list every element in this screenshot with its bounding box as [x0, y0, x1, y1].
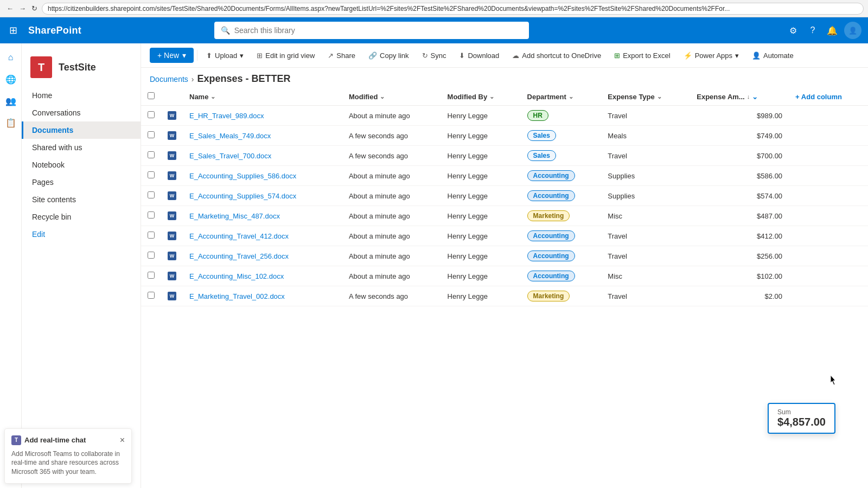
automate-button[interactable]: 👤 Automate — [746, 48, 799, 63]
rail-notes-icon[interactable]: 📋 — [1, 113, 21, 132]
file-link-2[interactable]: E_Sales_Travel_700.docx — [189, 152, 271, 160]
th-expense-type[interactable]: Expense Type ⌄ — [601, 88, 690, 106]
sidebar-item-pages[interactable]: Pages — [22, 174, 141, 191]
upload-button[interactable]: ⬆ Upload ▾ — [201, 48, 249, 63]
file-link-3[interactable]: E_Accounting_Supplies_586.docx — [189, 172, 296, 180]
document-table-wrap[interactable]: Name ⌄ Modified ⌄ Modifi — [141, 88, 868, 488]
notifications-icon[interactable]: 🔔 — [825, 23, 840, 38]
row-expense-amount-3: $586.00 — [690, 166, 789, 186]
th-department[interactable]: Department ⌄ — [521, 88, 602, 106]
browser-nav[interactable]: ← → ↻ — [4, 3, 40, 14]
row-checkbox-9[interactable] — [141, 286, 161, 306]
th-modified[interactable]: Modified ⌄ — [342, 88, 441, 106]
th-checkbox[interactable] — [141, 88, 161, 106]
rail-home-icon[interactable]: ⌂ — [1, 48, 21, 67]
settings-icon[interactable]: ⚙ — [786, 23, 801, 38]
dept-badge-1: Sales — [527, 130, 556, 141]
row-checkbox-3[interactable] — [141, 166, 161, 186]
sidebar-item-site-contents[interactable]: Site contents — [22, 191, 141, 208]
sidebar-item-home[interactable]: Home — [22, 87, 141, 104]
copy-link-button[interactable]: 🔗 Copy link — [363, 48, 414, 63]
row-name-3[interactable]: E_Accounting_Supplies_586.docx — [183, 166, 342, 186]
export-excel-icon: ⊞ — [614, 52, 620, 60]
file-link-5[interactable]: E_Marketing_Misc_487.docx — [189, 212, 280, 220]
row-checkbox-4[interactable] — [141, 186, 161, 206]
row-expense-type-9: Travel — [601, 286, 690, 306]
back-button[interactable]: ← — [4, 3, 16, 14]
export-excel-label: Export to Excel — [623, 52, 670, 60]
teams-promo-close-button[interactable]: × — [120, 436, 125, 445]
sidebar-item-conversations[interactable]: Conversations — [22, 104, 141, 121]
row-checkbox-1[interactable] — [141, 126, 161, 146]
search-box[interactable]: 🔍 — [214, 22, 529, 39]
row-name-5[interactable]: E_Marketing_Misc_487.docx — [183, 206, 342, 226]
row-checkbox-7[interactable] — [141, 246, 161, 266]
rail-people-icon[interactable]: 👥 — [1, 91, 21, 111]
row-checkbox-5[interactable] — [141, 206, 161, 226]
row-checkbox-0[interactable] — [141, 106, 161, 126]
copy-link-icon: 🔗 — [368, 52, 377, 60]
search-input[interactable] — [234, 26, 522, 35]
automate-icon: 👤 — [752, 52, 761, 60]
add-shortcut-button[interactable]: ☁ Add shortcut to OneDrive — [507, 48, 607, 63]
file-link-4[interactable]: E_Accounting_Supplies_574.docx — [189, 192, 296, 200]
sidebar-item-recycle-bin[interactable]: Recycle bin — [22, 208, 141, 226]
th-expense-amount-filter-icon[interactable]: ⌄ — [752, 93, 758, 101]
power-apps-button[interactable]: ⚡ Power Apps ▾ — [678, 48, 744, 63]
row-file-icon-9: W — [161, 286, 183, 306]
row-name-4[interactable]: E_Accounting_Supplies_574.docx — [183, 186, 342, 206]
select-all-checkbox[interactable] — [148, 92, 155, 99]
row-checkbox-8[interactable] — [141, 266, 161, 286]
row-name-8[interactable]: E_Accounting_Misc_102.docx — [183, 266, 342, 286]
th-name[interactable]: Name ⌄ — [183, 88, 342, 106]
row-expense-amount-8: $102.00 — [690, 266, 789, 286]
file-link-9[interactable]: E_Marketing_Travel_002.docx — [189, 292, 285, 300]
rail-global-icon[interactable]: 🌐 — [1, 69, 21, 89]
row-department-8: Accounting — [521, 266, 602, 286]
row-department-7: Accounting — [521, 246, 602, 266]
sync-button[interactable]: ↻ Sync — [417, 48, 452, 63]
url-bar[interactable] — [42, 3, 864, 15]
download-icon: ⬇ — [459, 52, 465, 60]
file-link-0[interactable]: E_HR_Travel_989.docx — [189, 112, 264, 120]
row-name-6[interactable]: E_Accounting_Travel_412.docx — [183, 226, 342, 246]
help-icon[interactable]: ? — [805, 23, 820, 38]
row-name-1[interactable]: E_Sales_Meals_749.docx — [183, 126, 342, 146]
th-expense-amount[interactable]: Expense Am... ↓ ⌄ — [690, 88, 789, 106]
file-link-6[interactable]: E_Accounting_Travel_412.docx — [189, 232, 289, 240]
sidebar-item-shared[interactable]: Shared with us — [22, 139, 141, 156]
row-name-2[interactable]: E_Sales_Travel_700.docx — [183, 146, 342, 166]
download-button[interactable]: ⬇ Download — [454, 48, 505, 63]
refresh-button[interactable]: ↻ — [29, 3, 40, 14]
row-name-0[interactable]: E_HR_Travel_989.docx — [183, 106, 342, 126]
waffle-icon[interactable]: ⊞ — [7, 24, 20, 36]
forward-button[interactable]: → — [17, 3, 28, 14]
new-button[interactable]: + New ▾ — [150, 48, 194, 63]
sidebar-item-notebook[interactable]: Notebook — [22, 156, 141, 174]
upload-label: Upload — [215, 52, 237, 60]
file-link-1[interactable]: E_Sales_Meals_749.docx — [189, 132, 271, 140]
row-extra-7 — [789, 246, 868, 266]
sidebar-item-edit[interactable]: Edit — [22, 226, 141, 243]
breadcrumb-parent-link[interactable]: Documents — [150, 75, 188, 84]
th-department-label: Department — [527, 93, 566, 101]
th-add-column[interactable]: + Add column — [789, 88, 868, 106]
row-modified-by-0: Henry Legge — [441, 106, 521, 126]
dept-badge-0: HR — [527, 110, 548, 121]
file-link-7[interactable]: E_Accounting_Travel_256.docx — [189, 252, 289, 260]
row-name-7[interactable]: E_Accounting_Travel_256.docx — [183, 246, 342, 266]
th-modified-by[interactable]: Modified By ⌄ — [441, 88, 521, 106]
export-excel-button[interactable]: ⊞ Export to Excel — [609, 48, 675, 63]
user-avatar[interactable]: 👤 — [844, 22, 861, 39]
file-link-8[interactable]: E_Accounting_Misc_102.docx — [189, 272, 284, 280]
row-file-icon-3: W — [161, 166, 183, 186]
sidebar-item-documents[interactable]: Documents — [22, 121, 141, 139]
share-button[interactable]: ↗ Share — [322, 48, 361, 63]
row-name-9[interactable]: E_Marketing_Travel_002.docx — [183, 286, 342, 306]
row-checkbox-2[interactable] — [141, 146, 161, 166]
edit-grid-button[interactable]: ⊞ Edit in grid view — [251, 48, 320, 63]
row-checkbox-6[interactable] — [141, 226, 161, 246]
row-department-5: Marketing — [521, 206, 602, 226]
table-header-row: Name ⌄ Modified ⌄ Modifi — [141, 88, 868, 106]
site-logo: T — [30, 56, 52, 78]
